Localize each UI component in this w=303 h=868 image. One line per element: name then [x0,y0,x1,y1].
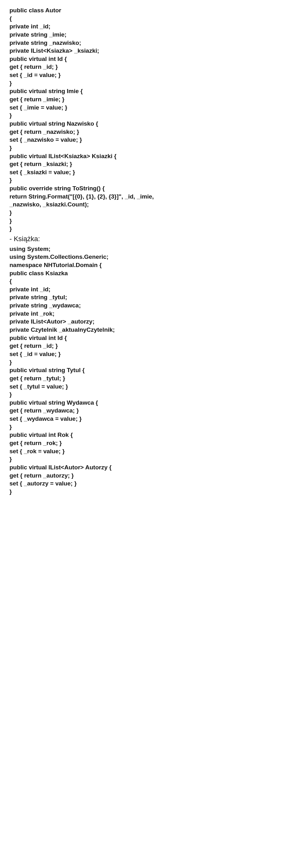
code-line: get { return _rok; } [9,439,294,447]
code-line: set { _tytul = value; } [9,382,294,391]
code-line: private string _wydawca; [9,302,294,310]
code-line: private int _rok; [9,310,294,318]
code-line: get { return _tytul; } [9,374,294,382]
code-line: set { _rok = value; } [9,447,294,456]
code-line: { [9,277,294,285]
code-line: } [9,112,294,120]
code-line: public class Ksiazka [9,269,294,277]
code-line: public class Autor [9,6,294,14]
code-line: private Czytelnik _aktualnyCzytelnik; [9,326,294,334]
code-line: get { return _id; } [9,342,294,350]
code-line: public virtual int Rok { [9,431,294,439]
code-line: public virtual string Imie { [9,87,294,95]
code-line: private string _tytul; [9,293,294,302]
section-heading: - Książka: [9,234,294,244]
code-line: public virtual int Id { [9,55,294,63]
code-line: public virtual IList<Ksiazka> Ksiazki { [9,152,294,160]
code-line: public virtual IList<Autor> Autorzy { [9,463,294,471]
code-line: public virtual int Id { [9,334,294,342]
code-line: { [9,14,294,23]
code-line: } [9,217,294,225]
code-line: _nazwisko, _ksiazki.Count); [9,200,294,209]
code-line: get { return _autorzy; } [9,471,294,480]
code-line: public virtual string Tytul { [9,366,294,374]
code-line: get { return _id; } [9,63,294,71]
document-content: public class Autor{private int _id;priva… [9,6,294,496]
code-line: } [9,79,294,87]
code-line: private string _nazwisko; [9,39,294,47]
code-line: get { return _nazwisko; } [9,128,294,136]
code-line: get { return _imie; } [9,95,294,103]
code-line: return String.Format("[{0}, {1}, {2}, {3… [9,192,294,201]
code-line: set { _imie = value; } [9,103,294,112]
code-line: } [9,488,294,496]
code-line: namespace NHTutorial.Domain { [9,261,294,269]
code-line: } [9,144,294,152]
code-line: private IList<Ksiazka> _ksiazki; [9,47,294,55]
code-line: } [9,391,294,399]
code-line: using System.Collections.Generic; [9,253,294,261]
code-line: set { _wydawca = value; } [9,415,294,423]
code-line: public override string ToString() { [9,184,294,192]
code-line: } [9,209,294,217]
code-line: } [9,455,294,463]
code-line: public virtual string Nazwisko { [9,120,294,128]
code-line: set { _id = value; } [9,71,294,79]
code-line: private string _imie; [9,31,294,39]
code-line: } [9,176,294,184]
code-line: get { return _wydawca; } [9,407,294,415]
code-line: set { _autorzy = value; } [9,479,294,488]
code-line: } [9,423,294,431]
code-line: using System; [9,245,294,253]
code-line: } [9,225,294,233]
code-line: set { _ksiazki = value; } [9,168,294,177]
code-line: get { return _ksiazki; } [9,160,294,168]
code-line: public virtual string Wydawca { [9,399,294,407]
code-line: private IList<Autor> _autorzy; [9,317,294,326]
code-line: } [9,358,294,367]
code-line: private int _id; [9,23,294,31]
code-line: private int _id; [9,285,294,293]
code-line: set { _id = value; } [9,350,294,358]
code-line: set { _nazwisko = value; } [9,136,294,144]
